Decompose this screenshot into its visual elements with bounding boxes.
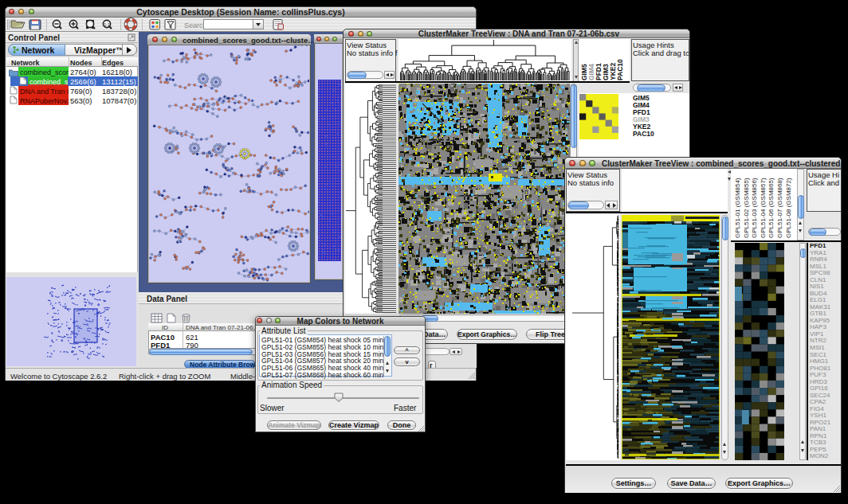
svg-text:1:1: 1:1 (104, 22, 110, 27)
